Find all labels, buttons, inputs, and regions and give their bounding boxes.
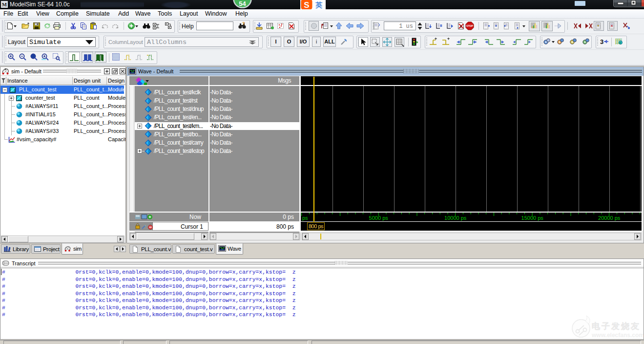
svg-text:S: S [304,0,309,10]
svg-text:?: ? [545,23,547,26]
svg-text:STOP: STOP [466,24,474,27]
svg-text:3: 3 [600,38,603,45]
svg-text:www.elecfans.com: www.elecfans.com [591,332,644,339]
svg-text:?: ? [242,21,245,25]
svg-text:5000 ps: 5000 ps [369,215,389,221]
svg-text:M: M [2,1,7,7]
svg-text:10000 ps: 10000 ps [444,215,467,221]
svg-text:20000 ps: 20000 ps [598,215,621,221]
svg-text:15000 ps: 15000 ps [521,215,544,221]
svg-text:e: e [620,41,622,44]
svg-text:ps: ps [302,215,308,221]
svg-text:电子发烧友: 电子发烧友 [592,322,641,331]
svg-text:54: 54 [239,0,246,7]
